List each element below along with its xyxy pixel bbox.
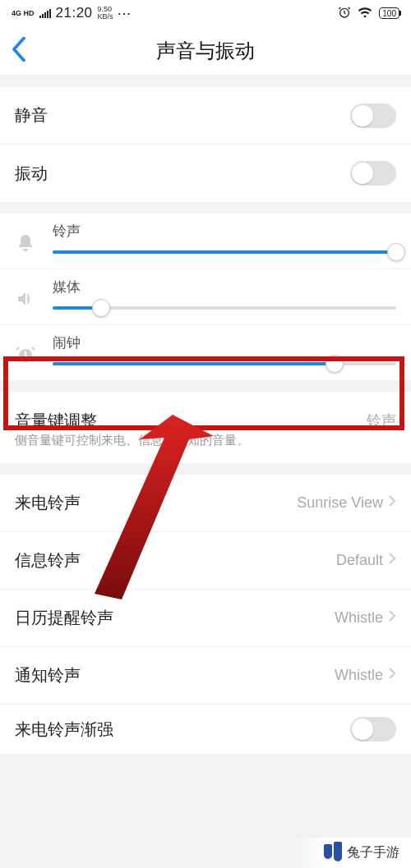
message-ringtone-value: Default [336, 552, 383, 569]
chevron-right-icon [388, 667, 396, 684]
message-ringtone-label: 信息铃声 [15, 549, 81, 572]
back-button[interactable] [12, 37, 26, 65]
mute-toggle[interactable] [350, 103, 396, 128]
row-incoming-ringtone[interactable]: 来电铃声 Sunrise View [0, 475, 411, 532]
chevron-right-icon [388, 552, 396, 569]
battery-icon: 100 [379, 7, 399, 19]
vibrate-label: 振动 [15, 163, 48, 185]
more-dots-icon: ··· [118, 7, 132, 20]
incoming-ringtone-label: 来电铃声 [15, 492, 81, 514]
status-bar: 4G HD 21:20 9.50 KB/s ··· 100 [0, 0, 411, 26]
chevron-right-icon [388, 609, 396, 627]
data-speed: 9.50 KB/s [98, 6, 113, 21]
network-indicator: 4G HD [12, 10, 35, 17]
clock-time: 21:20 [56, 5, 93, 21]
notify-ringtone-value: Whistle [335, 667, 383, 684]
media-slider[interactable] [53, 306, 396, 310]
slider-row-media: 媒体 [0, 269, 411, 325]
watermark: 兔子手游 [291, 838, 411, 868]
media-slider-label: 媒体 [53, 278, 396, 296]
calendar-ringtone-label: 日历提醒铃声 [15, 607, 113, 629]
chevron-right-icon [388, 494, 396, 512]
row-mute: 静音 [0, 87, 411, 145]
vibrate-toggle[interactable] [350, 161, 396, 186]
ringtone-slider[interactable] [53, 250, 396, 254]
alarm-slider-label: 闹钟 [53, 333, 396, 352]
alarm-slider[interactable] [53, 362, 396, 365]
row-volume-key[interactable]: 音量键调整 铃声 [0, 392, 411, 438]
volume-key-value: 铃声 [367, 411, 396, 430]
logo-icon [324, 844, 342, 861]
ascending-ringtone-label: 来电铃声渐强 [15, 719, 113, 741]
row-ascending-ringtone: 来电铃声渐强 [0, 705, 411, 754]
incoming-ringtone-value: Sunrise View [297, 494, 383, 512]
row-notify-ringtone[interactable]: 通知铃声 Whistle [0, 647, 411, 705]
status-left: 4G HD 21:20 9.50 KB/s ··· [12, 5, 132, 21]
alarm-status-icon [338, 6, 351, 21]
page-title: 声音与振动 [156, 38, 255, 64]
signal-bars-icon [39, 9, 51, 18]
calendar-ringtone-value: Whistle [335, 609, 383, 627]
ascending-toggle[interactable] [350, 717, 396, 742]
row-message-ringtone[interactable]: 信息铃声 Default [0, 532, 411, 590]
volume-key-label: 音量键调整 [15, 410, 97, 432]
speaker-icon [12, 289, 39, 309]
wifi-icon [358, 7, 372, 21]
nav-bar: 声音与振动 [0, 26, 411, 76]
bell-icon [12, 233, 39, 253]
ringtone-slider-label: 铃声 [53, 222, 396, 241]
notify-ringtone-label: 通知铃声 [15, 664, 81, 687]
slider-row-ringtone: 铃声 [0, 214, 411, 269]
volume-key-desc: 侧音量键可控制来电、信息和通知的音量。 [0, 433, 411, 463]
status-right: 100 [338, 6, 399, 21]
watermark-text: 兔子手游 [347, 844, 399, 861]
slider-row-alarm: 闹钟 [0, 325, 411, 380]
row-vibrate: 振动 [0, 145, 411, 202]
row-calendar-ringtone[interactable]: 日历提醒铃声 Whistle [0, 590, 411, 647]
clock-icon [12, 345, 39, 365]
mute-label: 静音 [15, 104, 48, 126]
